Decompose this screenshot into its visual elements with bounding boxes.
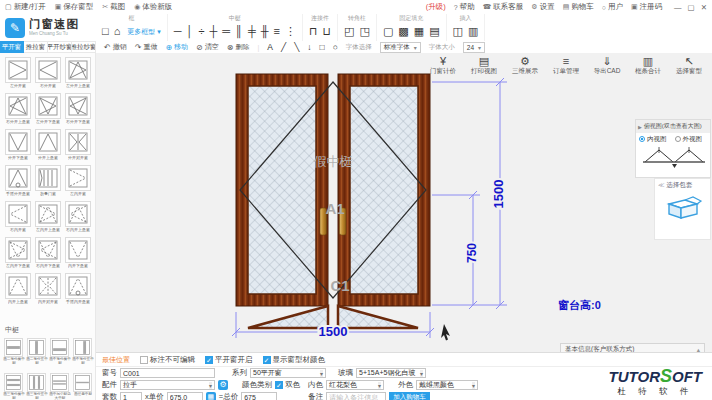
window-drawing[interactable]: 假中梃 A1 C1 1500 750 1500: [230, 66, 520, 344]
undo-button[interactable]: ↶撤销: [104, 42, 127, 52]
fill-solid-icon[interactable]: ▦: [414, 26, 424, 37]
mullion-item[interactable]: 画二等分竖中梃: [25, 338, 48, 371]
font-family-select[interactable]: 标准字体: [380, 42, 421, 53]
insert-grid-icon[interactable]: ◫: [453, 26, 463, 37]
maximize-button[interactable]: ▢: [688, 3, 695, 12]
close-button[interactable]: ✕: [701, 3, 707, 12]
insert-col-icon[interactable]: ▥: [468, 26, 478, 37]
sidebar-tab-平开窗[interactable]: 平开窗: [0, 41, 24, 53]
window-type-item[interactable]: 左外开下悬窗: [33, 93, 63, 126]
fitting-select[interactable]: 拉手: [120, 380, 215, 390]
text-tool-icon[interactable]: A: [267, 42, 273, 52]
sidebar-tab-推拉纱窗[interactable]: 推拉纱窗: [72, 41, 96, 53]
new-version-button[interactable]: ◉体验新版: [134, 2, 172, 12]
connector-a-icon[interactable]: ⊓: [309, 26, 318, 37]
remark-input[interactable]: [326, 392, 386, 400]
mullion-hx-icon[interactable]: ╪: [248, 26, 256, 37]
fill-lines-icon[interactable]: ▤: [429, 26, 439, 37]
calc-icon[interactable]: ▦: [206, 392, 216, 400]
window-type-item[interactable]: 右外开上悬窗: [3, 93, 33, 126]
mullion-item[interactable]: 画任意中梃: [71, 373, 94, 400]
window-type-item[interactable]: 内开对开窗: [33, 273, 63, 306]
help-button[interactable]: ?帮助: [454, 2, 475, 12]
checkbox-平开窗开启[interactable]: ✓ 平开窗开启: [205, 355, 253, 365]
outer-view-radio[interactable]: 外视图: [675, 135, 703, 144]
window-type-item[interactable]: 右内开上悬窗: [63, 201, 93, 234]
mullion-item[interactable]: 画不等分竖中梃: [71, 338, 94, 371]
window-type-item[interactable]: 右内开下悬窗: [33, 237, 63, 270]
inner-view-radio[interactable]: 内视图: [639, 135, 667, 144]
mullion-vv-icon[interactable]: ║: [235, 26, 243, 37]
delete-button[interactable]: ⊗删除: [227, 42, 250, 52]
dual-color-checkbox[interactable]: ✓双色: [275, 380, 300, 390]
add-to-cart-button[interactable]: 加入购物车: [389, 392, 430, 400]
settings-button[interactable]: ⚙设置: [531, 2, 554, 12]
sidebar-tab-平开纱窗[interactable]: 平开纱窗: [48, 41, 72, 53]
top-view-header[interactable]: ▶ 俯视图(双击查看大图): [636, 120, 710, 133]
clear-button[interactable]: ⊘清空: [196, 42, 219, 52]
mullion-3h-icon[interactable]: ≡: [273, 26, 279, 37]
window-type-item[interactable]: 左内开下悬窗: [3, 237, 33, 270]
screenshot-button[interactable]: ✂截图: [102, 2, 125, 12]
window-type-item[interactable]: 手摇内开悬窗: [63, 273, 93, 306]
mullion-dots-icon[interactable]: ⋮: [285, 26, 296, 37]
export-cad-button[interactable]: ⇓ 导出CAD: [592, 55, 622, 76]
fitting-settings-gear-icon[interactable]: ⚙: [218, 380, 228, 390]
qty-input[interactable]: [120, 392, 142, 400]
window-type-item[interactable]: 左外开窗: [3, 57, 33, 90]
unit-price-input[interactable]: [167, 392, 203, 400]
window-type-item[interactable]: 外开上悬窗: [33, 129, 63, 162]
more-frames-link[interactable]: 更多框型 ▾: [127, 27, 160, 37]
minimize-button[interactable]: —: [674, 3, 682, 12]
save-window-button[interactable]: ▣保存窗型: [55, 2, 94, 12]
window-type-item[interactable]: 左内开窗: [63, 165, 93, 198]
backslash-tool-icon[interactable]: ╲: [294, 42, 299, 52]
rect-tool-icon[interactable]: □: [320, 42, 325, 52]
select-window-button[interactable]: ↖ 选择窗型: [674, 55, 704, 76]
fill-empty-icon[interactable]: ▢: [383, 26, 393, 37]
drawing-canvas[interactable]: ¥ 门窗计价 ▤ 打印视图 ⚙ 三维展示 ≡ 订单管理 ⇓ 导出CAD ▥ 框条…: [96, 53, 712, 352]
outer-color-select[interactable]: 戴维黑颜色: [416, 380, 478, 390]
arrow-tool-icon[interactable]: ↓: [307, 42, 311, 52]
mullion-item[interactable]: 画三等分横中梃: [2, 373, 25, 400]
move-button[interactable]: ⊕移动: [165, 42, 188, 52]
frame-arch-icon[interactable]: ⌂: [114, 26, 121, 37]
circle-tool-icon[interactable]: ○: [333, 42, 338, 52]
mullion-div-icon[interactable]: ÷: [198, 26, 204, 37]
font-size-select[interactable]: 24: [463, 42, 485, 53]
slash-tool-icon[interactable]: ╱: [281, 42, 286, 52]
mullion-item[interactable]: 画中间小梃边大中梃: [48, 373, 71, 400]
series-select[interactable]: 50平开窗: [250, 368, 326, 378]
package-box-icon[interactable]: [663, 192, 703, 222]
total-input[interactable]: [241, 392, 277, 400]
mullion-vx-icon[interactable]: ╫: [261, 26, 269, 37]
window-type-item[interactable]: 内开上悬窗: [3, 273, 33, 306]
connector-b-icon[interactable]: ⊔: [323, 26, 332, 37]
corner-b-icon[interactable]: ◳: [360, 26, 370, 37]
support-button[interactable]: ☎联系客服: [483, 2, 524, 12]
window-type-item[interactable]: 折叠门窗: [33, 165, 63, 198]
register-button[interactable]: ▣注册码: [631, 2, 662, 12]
order-button[interactable]: ≡ 订单管理: [551, 55, 581, 76]
sidebar-tab-推拉窗[interactable]: 推拉窗: [24, 41, 48, 53]
inner-color-select[interactable]: 红花梨色: [326, 380, 384, 390]
mullion-hh-icon[interactable]: ═: [222, 26, 230, 37]
checkbox-标注不可编辑[interactable]: 标注不可编辑: [140, 355, 195, 365]
mullion-cross-icon[interactable]: ┼: [210, 26, 218, 37]
redo-button[interactable]: ↷重做: [135, 42, 158, 52]
mullion-h-icon[interactable]: ─: [174, 26, 182, 37]
user-button[interactable]: ○用户: [602, 2, 623, 12]
fill-hatch-icon[interactable]: ▩: [398, 26, 408, 37]
window-type-item[interactable]: 手摇外开悬窗: [3, 165, 33, 198]
window-type-item[interactable]: 左外开上悬窗: [63, 57, 93, 90]
best-position-label[interactable]: 最佳位置: [102, 355, 130, 365]
frame-rect-icon[interactable]: □: [102, 26, 109, 37]
window-type-item[interactable]: 外开对开窗: [63, 129, 93, 162]
glass-select[interactable]: 5+15A+5钢化白玻: [356, 368, 426, 378]
mullion-item[interactable]: 画不等分横中梃: [48, 338, 71, 371]
window-type-item[interactable]: 内开下悬窗: [63, 237, 93, 270]
window-type-item[interactable]: 右外开下悬窗: [63, 93, 93, 126]
window-type-item[interactable]: 左内开上悬窗: [33, 201, 63, 234]
window-type-item[interactable]: 右内开窗: [3, 201, 33, 234]
corner-a-icon[interactable]: ◰: [344, 26, 354, 37]
